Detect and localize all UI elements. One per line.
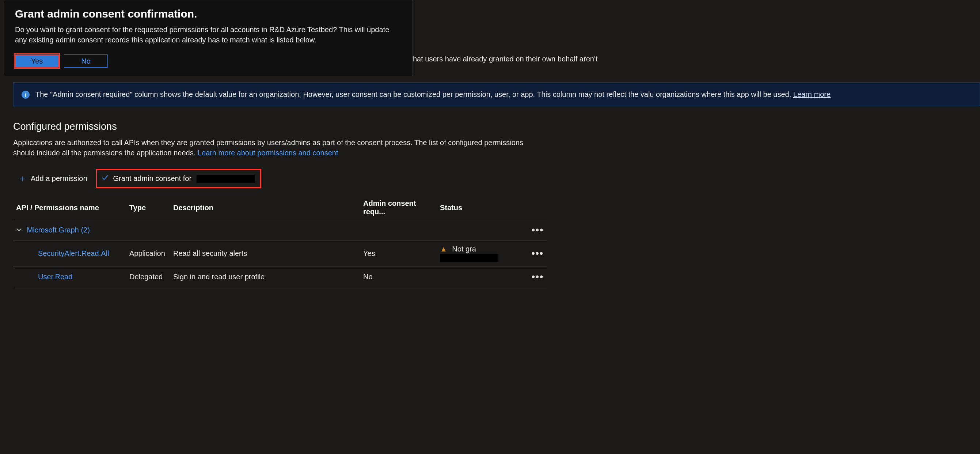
info-banner-text: The "Admin consent required" column show… (35, 89, 830, 99)
info-learn-more-link[interactable]: Learn more (793, 90, 830, 98)
permission-admin-consent: No (360, 266, 437, 287)
check-icon (101, 173, 110, 184)
permission-row: SecurityAlert.Read.All Application Read … (13, 241, 547, 267)
permissions-table: API / Permissions name Type Description … (13, 196, 547, 287)
col-header-name[interactable]: API / Permissions name (13, 196, 126, 220)
api-group-row[interactable]: Microsoft Graph (2) ••• (13, 220, 547, 241)
learn-more-permissions-link[interactable]: Learn more about permissions and consent (198, 149, 338, 157)
warning-icon: ▲ (440, 245, 447, 253)
permission-type: Delegated (126, 266, 170, 287)
add-permission-button[interactable]: ＋ Add a permission (18, 172, 88, 185)
col-header-desc[interactable]: Description (170, 196, 360, 220)
permissions-toolbar: ＋ Add a permission Grant admin consent f… (18, 169, 980, 188)
permission-desc: Read all security alerts (170, 241, 360, 267)
dialog-title: Grant admin consent confirmation. (15, 8, 402, 20)
permission-name-link[interactable]: SecurityAlert.Read.All (16, 249, 109, 258)
info-banner: i The "Admin consent required" column sh… (13, 82, 980, 107)
permission-row: User.Read Delegated Sign in and read use… (13, 266, 547, 287)
grant-admin-consent-button[interactable]: Grant admin consent for (96, 169, 262, 188)
yes-button[interactable]: Yes (15, 54, 59, 68)
permission-admin-consent: Yes (360, 241, 437, 267)
row-menu-button[interactable]: ••• (531, 225, 544, 236)
configured-permissions-heading: Configured permissions (13, 121, 980, 132)
tenant-name-redacted (197, 175, 255, 183)
permission-desc: Sign in and read user profile (170, 266, 360, 287)
main-content: i The "Admin consent required" column sh… (13, 82, 980, 287)
grant-consent-dialog: Grant admin consent confirmation. Do you… (4, 0, 413, 76)
api-group-label[interactable]: Microsoft Graph (2) (27, 226, 90, 234)
col-header-type[interactable]: Type (126, 196, 170, 220)
permission-status: ▲ Not gra (437, 241, 525, 267)
add-permission-label: Add a permission (31, 174, 88, 183)
plus-icon: ＋ (18, 172, 27, 185)
permission-status (437, 266, 525, 287)
permission-name-link[interactable]: User.Read (16, 273, 73, 281)
no-button[interactable]: No (64, 54, 108, 68)
row-menu-button[interactable]: ••• (531, 248, 544, 259)
background-warning-banner: hat users have already granted on their … (413, 51, 980, 67)
dialog-body: Do you want to grant consent for the req… (15, 24, 402, 45)
info-icon: i (22, 91, 30, 99)
status-text: Not gra (452, 245, 476, 253)
col-header-admin[interactable]: Admin consent requ... (360, 196, 437, 220)
grant-admin-consent-label: Grant admin consent for (113, 174, 192, 183)
chevron-down-icon (16, 227, 22, 234)
status-redacted (440, 254, 498, 262)
row-menu-button[interactable]: ••• (531, 271, 544, 282)
dialog-buttons: Yes No (15, 54, 402, 68)
info-banner-body: The "Admin consent required" column show… (35, 90, 793, 98)
configured-permissions-desc: Applications are authorized to call APIs… (13, 137, 547, 158)
permission-type: Application (126, 241, 170, 267)
col-header-status[interactable]: Status (437, 196, 547, 220)
